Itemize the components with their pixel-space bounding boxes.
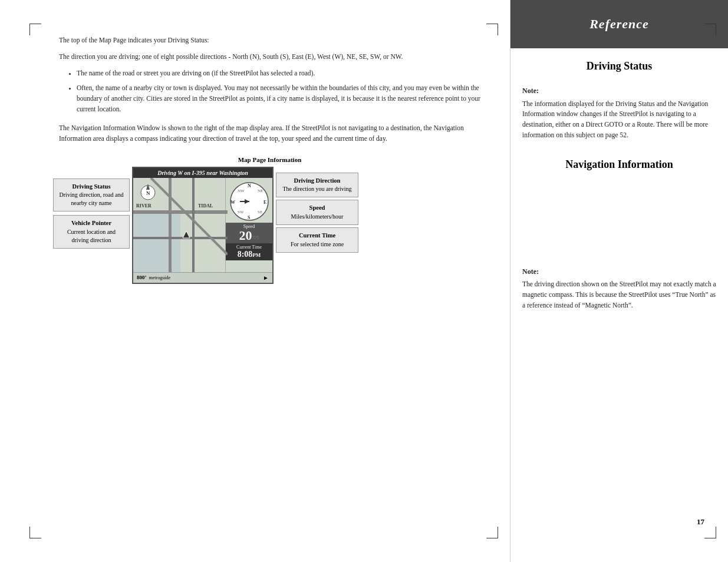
svg-text:S: S xyxy=(248,215,251,220)
time-label-text: Current Time xyxy=(228,244,270,250)
driving-status-title: Driving Status xyxy=(58,183,124,191)
current-time-desc: For selected time zone xyxy=(281,240,353,249)
driving-status-label: Driving Status Driving direction, road a… xyxy=(53,178,130,212)
nav-info-spacer xyxy=(510,178,728,260)
map-guide: metroguide xyxy=(149,275,170,280)
svg-rect-4 xyxy=(192,178,195,272)
page-container: The top of the Map Page indicates your D… xyxy=(0,0,728,562)
svg-text:NW: NW xyxy=(238,189,245,193)
svg-marker-8 xyxy=(183,231,190,238)
arrow-icon: ► xyxy=(263,275,269,281)
nav-info-section-title: Navigation Information xyxy=(522,158,716,171)
svg-rect-0 xyxy=(133,213,180,272)
corner-mark-right-top xyxy=(704,24,716,35)
map-distance: 800’ xyxy=(137,275,147,280)
svg-rect-2 xyxy=(169,178,172,272)
vehicle-pointer-title: Vehicle Pointer xyxy=(58,219,124,228)
diagram-title: Map Page Information xyxy=(53,156,486,163)
vehicle-pointer-desc: Current location and driving direction xyxy=(58,228,124,244)
left-labels: Driving Status Driving direction, road a… xyxy=(53,178,130,252)
bullet-item-1: The name of the road or street you are d… xyxy=(77,68,486,79)
note2-label: Note: xyxy=(522,266,716,277)
note-box-1: Note: The information displayed for the … xyxy=(510,80,728,149)
bullet-item-2: Often, the name of a nearby city or town… xyxy=(77,83,486,114)
current-time-title: Current Time xyxy=(281,232,353,240)
time-display: Current Time 8:08PM xyxy=(226,243,272,260)
map-status-bar: Driving W on I-395 near Washington xyxy=(133,168,272,178)
current-time-label: Current Time For selected time zone xyxy=(276,227,358,253)
driving-direction-title: Driving Direction xyxy=(281,177,353,186)
note-box-2: Note: The driving direction shown on the… xyxy=(510,260,728,319)
reference-title: Reference xyxy=(522,16,716,32)
compass-rose: N S W E NE SE SW NW xyxy=(228,180,271,223)
corner-mark-right-bottom xyxy=(704,527,716,538)
svg-text:NE: NE xyxy=(258,189,263,193)
right-labels: Driving Direction The direction you are … xyxy=(276,173,358,253)
map-svg: RIVER TIDAL N xyxy=(133,178,228,272)
svg-rect-1 xyxy=(133,210,228,214)
compass-area: N S W E NE SE SW NW xyxy=(225,178,272,272)
speed-display: Speed 20➿ xyxy=(226,223,272,243)
right-sidebar: Reference Driving Status Note: The infor… xyxy=(510,0,728,562)
svg-text:N: N xyxy=(146,190,150,196)
speed-desc: Miles/kilometers/hour xyxy=(281,213,353,221)
note1-label: Note: xyxy=(522,85,716,97)
note1-text: The information displayed for the Drivin… xyxy=(522,99,716,141)
speed-label-title: Speed xyxy=(281,204,353,213)
map-area: Driving W on I-395 near Washington xyxy=(132,167,274,284)
intro-text: The top of the Map Page indicates your D… xyxy=(59,35,486,46)
svg-text:N: N xyxy=(248,183,251,189)
svg-text:W: W xyxy=(230,200,235,205)
driving-status-desc: Driving direction, road and nearby city … xyxy=(58,191,124,207)
direction-text: The direction you are driving; one of ei… xyxy=(59,52,486,62)
svg-text:E: E xyxy=(263,200,266,205)
driving-direction-desc: The direction you are driving xyxy=(281,185,353,193)
speed-value: 20➿ xyxy=(228,229,270,242)
map-body: RIVER TIDAL N xyxy=(133,178,272,272)
time-value: 8:08PM xyxy=(228,250,270,259)
speed-label-box: Speed Miles/kilometers/hour xyxy=(276,200,358,225)
vehicle-pointer-label: Vehicle Pointer Current location and dri… xyxy=(53,215,130,249)
svg-text:SW: SW xyxy=(238,210,244,214)
svg-text:SE: SE xyxy=(258,210,262,214)
page-number: 17 xyxy=(697,517,704,527)
svg-text:RIVER: RIVER xyxy=(136,203,151,209)
map-bottom: 800’ metroguide ► xyxy=(133,272,272,283)
diagram-section: Map Page Information Driving Status Driv… xyxy=(53,156,486,284)
driving-status-section-title: Driving Status xyxy=(522,60,716,72)
bullet-list: The name of the road or street you are d… xyxy=(77,68,486,115)
map-left: RIVER TIDAL N xyxy=(133,178,225,272)
svg-text:TIDAL: TIDAL xyxy=(198,203,213,209)
diagram-container: Driving Status Driving direction, road a… xyxy=(53,167,486,284)
left-content: The top of the Map Page indicates your D… xyxy=(0,0,510,562)
reference-header: Reference xyxy=(510,0,728,48)
nav-info-para: The Navigation Information Window is sho… xyxy=(59,123,486,144)
driving-direction-label: Driving Direction The direction you are … xyxy=(276,173,358,198)
note2-text: The driving direction shown on the Stree… xyxy=(522,279,716,310)
